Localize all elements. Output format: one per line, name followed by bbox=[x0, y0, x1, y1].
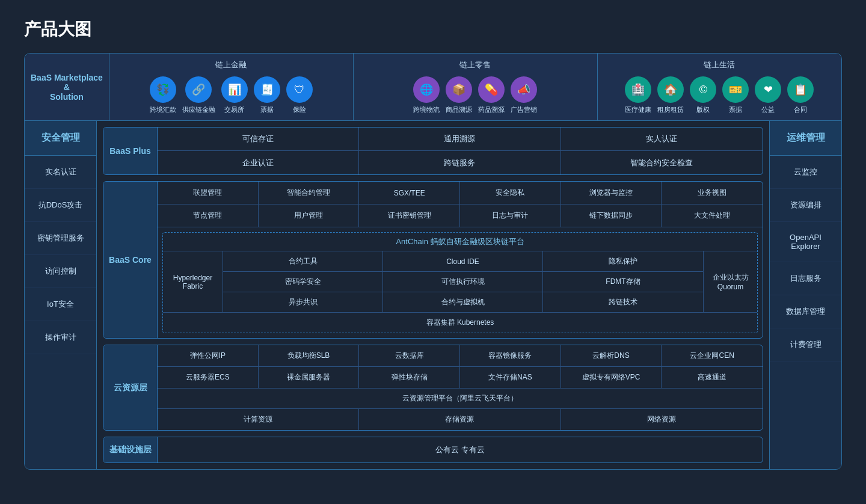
exchange-icon: 📊 bbox=[221, 76, 248, 103]
icon-item-logistics: 🌐 跨境物流 bbox=[413, 76, 440, 114]
baas-core-section: BaaS Core 联盟管理 智能合约管理 SGX/TEE 安全隐私 浏览器与监… bbox=[103, 181, 763, 339]
cloud-storage: 存储资源 bbox=[359, 409, 560, 430]
antchain-cell-5: FDMT存储 bbox=[543, 272, 703, 292]
middle-section: 安全管理 实名认证 抗DDoS攻击 密钥管理服务 访问控制 IoT安全 操作审计… bbox=[25, 121, 841, 469]
icon-item-insurance: 🛡 保险 bbox=[286, 76, 313, 114]
marketing-icon: 📣 bbox=[511, 76, 537, 103]
chain-retail-icons: 🌐 跨境物流 📦 商品溯源 💊 药品溯源 📣 广告营销 bbox=[413, 76, 537, 114]
cloud-cell-r1-1: 负载均衡SLB bbox=[259, 345, 360, 366]
ethereum-cell: 企业以太坊Quorum bbox=[703, 251, 757, 312]
cloud-row1: 弹性公网IP 负载均衡SLB 云数据库 容器镜像服务 云解析DNS 云企业网CE… bbox=[158, 345, 763, 367]
antchain-cell-3: 密码学安全 bbox=[223, 272, 383, 292]
icon-item-remittance: 💱 跨境汇款 bbox=[150, 76, 176, 114]
core-cell-0: 联盟管理 bbox=[158, 182, 259, 204]
cloud-row2: 云服务器ECS 裸金属服务器 弹性块存储 文件存储NAS 虚拟专有网络VPC 高… bbox=[158, 367, 763, 389]
icon-item-bill: 🧾 票据 bbox=[254, 76, 280, 114]
sidebar-item-openapi: OpenAPIExplorer bbox=[770, 222, 841, 262]
sidebar-item-key-mgmt: 密钥管理服务 bbox=[25, 222, 96, 255]
antchain-cell-0: 合约工具 bbox=[223, 251, 383, 272]
sidebar-item-monitoring: 云监控 bbox=[770, 156, 841, 189]
baas-plus-section: BaaS Plus 可信存证 通用溯源 实人认证 企业认证 跨链服务 智能合约安… bbox=[103, 127, 763, 175]
core-cell-4: 浏览器与监控 bbox=[561, 182, 662, 204]
bill-label: 票据 bbox=[260, 105, 274, 114]
chain-group-retail: 链上零售 🌐 跨境物流 📦 商品溯源 💊 药品溯源 � bbox=[354, 54, 598, 120]
antchain-cell-2: 隐私保护 bbox=[543, 251, 703, 272]
core-cell-7: 用户管理 bbox=[259, 204, 360, 227]
cloud-cell-r2-4: 虚拟专有网络VPC bbox=[561, 367, 662, 388]
cloud-cell-r1-4: 云解析DNS bbox=[561, 345, 662, 366]
medicine-trace-icon: 💊 bbox=[478, 76, 505, 103]
icon-item-marketing: 📣 广告营销 bbox=[511, 76, 537, 114]
icon-item-supply-chain: 🔗 供应链金融 bbox=[182, 76, 215, 114]
core-cell-3: 安全隐私 bbox=[460, 182, 561, 204]
right-sidebar-header: 运维管理 bbox=[770, 121, 841, 156]
marketing-label: 广告营销 bbox=[511, 105, 537, 114]
cloud-resource-content: 弹性公网IP 负载均衡SLB 云数据库 容器镜像服务 云解析DNS 云企业网CE… bbox=[158, 345, 763, 430]
top-section: BaaS Marketplace&Solution 链上金融 💱 跨境汇款 🔗 … bbox=[25, 54, 841, 121]
baas-plus-grid: 可信存证 通用溯源 实人认证 企业认证 跨链服务 智能合约安全检查 bbox=[158, 128, 763, 174]
cloud-cell-r2-5: 高速通道 bbox=[662, 367, 763, 388]
core-top-row1: 联盟管理 智能合约管理 SGX/TEE 安全隐私 浏览器与监控 业务视图 bbox=[158, 182, 763, 204]
charity-label: 公益 bbox=[761, 105, 775, 114]
health-label: 医疗健康 bbox=[625, 105, 651, 114]
container-row: 容器集群 Kubernetes bbox=[163, 312, 757, 333]
cloud-network: 网络资源 bbox=[561, 409, 763, 430]
baas-plus-cell-0: 可信存证 bbox=[158, 128, 359, 151]
icon-item-rental: 🏠 租房租赁 bbox=[657, 76, 684, 114]
core-cell-10: 链下数据同步 bbox=[561, 204, 662, 227]
cloud-cell-r1-0: 弹性公网IP bbox=[158, 345, 259, 366]
icon-item-medicine-trace: 💊 药品溯源 bbox=[478, 76, 505, 114]
icon-item-ticket: 🎫 票据 bbox=[722, 76, 749, 114]
sidebar-item-audit: 操作审计 bbox=[25, 321, 96, 354]
chain-life-icons: 🏥 医疗健康 🏠 租房租赁 © 版权 🎫 票据 bbox=[625, 76, 814, 114]
insurance-icon: 🛡 bbox=[286, 76, 313, 103]
contract-icon: 📋 bbox=[787, 76, 814, 103]
chain-life-title: 链上生活 bbox=[704, 60, 735, 70]
hyperledger-cell: HyperledgerFabric bbox=[163, 251, 223, 312]
rental-icon: 🏠 bbox=[657, 76, 684, 103]
icon-item-copyright: © 版权 bbox=[690, 76, 716, 114]
rental-label: 租房租赁 bbox=[657, 105, 684, 114]
health-icon: 🏥 bbox=[625, 76, 651, 103]
main-container: BaaS Marketplace&Solution 链上金融 💱 跨境汇款 🔗 … bbox=[24, 53, 842, 470]
baas-core-content: 联盟管理 智能合约管理 SGX/TEE 安全隐私 浏览器与监控 业务视图 节点管… bbox=[158, 182, 763, 338]
baas-core-label: BaaS Core bbox=[103, 182, 158, 338]
sidebar-item-access-ctrl: 访问控制 bbox=[25, 255, 96, 288]
cloud-compute: 计算资源 bbox=[158, 409, 359, 430]
baas-plus-label: BaaS Plus bbox=[103, 128, 158, 174]
chain-finance-title: 链上金融 bbox=[215, 60, 247, 70]
baas-plus-cell-5: 智能合约安全检查 bbox=[561, 151, 763, 174]
antchain-title: AntChain 蚂蚁自研金融级区块链平台 bbox=[163, 233, 757, 251]
insurance-label: 保险 bbox=[293, 105, 306, 114]
antchain-block: AntChain 蚂蚁自研金融级区块链平台 HyperledgerFabric … bbox=[162, 232, 758, 333]
infra-content: 公有云 专有云 bbox=[158, 437, 763, 463]
copyright-icon: © bbox=[690, 76, 716, 103]
baas-plus-cell-4: 跨链服务 bbox=[359, 151, 560, 174]
antchain-cell-7: 合约与虚拟机 bbox=[383, 292, 543, 312]
supply-chain-label: 供应链金融 bbox=[182, 105, 215, 114]
product-trace-label: 商品溯源 bbox=[446, 105, 472, 114]
right-sidebar-items: 云监控 资源编排 OpenAPIExplorer 日志服务 数据库管理 计费管理 bbox=[770, 156, 841, 361]
cloud-resource-label: 云资源层 bbox=[103, 345, 158, 430]
copyright-label: 版权 bbox=[696, 105, 710, 114]
baas-marketplace-label: BaaS Marketplace&Solution bbox=[25, 54, 109, 120]
remittance-icon: 💱 bbox=[150, 76, 176, 103]
cloud-cell-r1-3: 容器镜像服务 bbox=[460, 345, 561, 366]
chain-retail-title: 链上零售 bbox=[459, 60, 491, 70]
sidebar-item-billing: 计费管理 bbox=[770, 328, 841, 361]
antchain-inner: HyperledgerFabric 合约工具 Cloud IDE 隐私保护 密码… bbox=[163, 251, 757, 312]
chain-group-finance: 链上金融 💱 跨境汇款 🔗 供应链金融 📊 交易所 � bbox=[109, 54, 354, 120]
icon-item-exchange: 📊 交易所 bbox=[221, 76, 248, 114]
product-trace-icon: 📦 bbox=[446, 76, 472, 103]
supply-chain-icon: 🔗 bbox=[185, 76, 212, 103]
ticket-label: 票据 bbox=[729, 105, 742, 114]
remittance-label: 跨境汇款 bbox=[150, 105, 176, 114]
antchain-cell-8: 跨链技术 bbox=[543, 292, 703, 312]
right-sidebar: 运维管理 云监控 资源编排 OpenAPIExplorer 日志服务 数据库管理… bbox=[769, 121, 841, 469]
sidebar-item-iot: IoT安全 bbox=[25, 288, 96, 321]
chain-finance-icons: 💱 跨境汇款 🔗 供应链金融 📊 交易所 🧾 票据 bbox=[150, 76, 313, 114]
cloud-platform-row: 云资源管理平台（阿里云飞天平台） bbox=[158, 389, 763, 409]
cloud-resource-section: 云资源层 弹性公网IP 负载均衡SLB 云数据库 容器镜像服务 云解析DNS 云… bbox=[103, 345, 763, 431]
exchange-label: 交易所 bbox=[224, 105, 244, 114]
medicine-trace-label: 药品溯源 bbox=[478, 105, 505, 114]
